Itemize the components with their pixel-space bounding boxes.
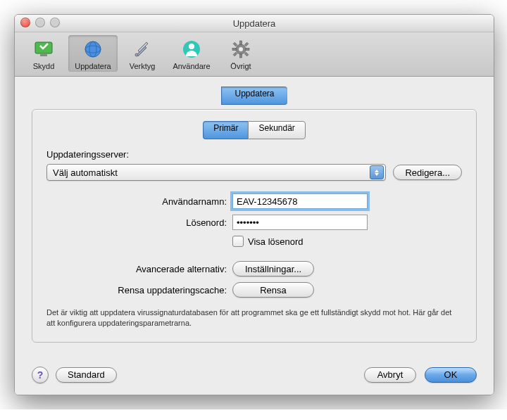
svg-point-8 (189, 44, 194, 49)
toolbar-label: Verktyg (130, 62, 156, 70)
window-title: Uppdatera (233, 18, 276, 29)
main-tab-bar: Uppdatera (32, 87, 477, 105)
show-password-label: Visa lösenord (248, 236, 303, 247)
window-controls (20, 18, 60, 27)
svg-rect-16 (233, 52, 237, 56)
ok-button[interactable]: OK (425, 367, 477, 383)
server-select[interactable]: Välj automatiskt (46, 164, 386, 181)
svg-rect-17 (244, 52, 249, 56)
sub-tab-bar: Primär Sekundär (46, 121, 462, 139)
username-input[interactable] (232, 193, 368, 209)
zoom-window-button[interactable] (50, 18, 60, 27)
svg-rect-14 (233, 42, 237, 46)
server-label: Uppdateringsserver: (46, 149, 462, 160)
shield-icon (32, 38, 55, 61)
help-button[interactable]: ? (32, 367, 49, 383)
svg-point-6 (135, 53, 138, 56)
cancel-button[interactable]: Avbryt (364, 367, 416, 383)
toolbar-label: Övrigt (230, 62, 251, 70)
svg-rect-1 (40, 54, 47, 56)
preferences-window: Uppdatera Skydd Uppdatera (14, 14, 494, 395)
svg-rect-15 (244, 42, 249, 46)
tools-icon (131, 38, 154, 61)
user-icon (180, 38, 203, 61)
chevron-updown-icon (370, 165, 384, 179)
settings-group: Primär Sekundär Uppdateringsserver: Välj… (32, 109, 477, 343)
svg-rect-11 (240, 54, 242, 58)
toolbar: Skydd Uppdatera Verktyg (15, 32, 494, 77)
close-window-button[interactable] (20, 18, 30, 27)
password-label: Lösenord: (46, 217, 232, 228)
info-text: Det är viktig att uppdatera virussignatu… (46, 307, 462, 329)
svg-rect-10 (240, 41, 242, 44)
toolbar-item-protection[interactable]: Skydd (19, 35, 68, 72)
globe-icon (82, 38, 104, 61)
footer: ? Standard Avbryt OK (15, 357, 494, 395)
toolbar-label: Skydd (33, 62, 55, 70)
svg-point-18 (239, 47, 243, 51)
svg-rect-12 (232, 49, 236, 51)
svg-rect-13 (246, 49, 249, 51)
tab-secondary[interactable]: Sekundär (248, 121, 305, 139)
toolbar-label: Användare (173, 62, 210, 70)
username-label: Användarnamn: (46, 196, 232, 207)
edit-server-button[interactable]: Redigera... (393, 165, 462, 180)
gear-icon (230, 38, 252, 61)
advanced-label: Avancerade alternativ: (46, 264, 232, 274)
minimize-window-button[interactable] (35, 18, 45, 27)
show-password-checkbox[interactable] (232, 236, 244, 247)
toolbar-label: Uppdatera (75, 62, 111, 70)
password-input[interactable] (232, 215, 368, 230)
clear-cache-label: Rensa uppdateringscache: (46, 285, 232, 295)
toolbar-item-other[interactable]: Övrigt (216, 35, 265, 72)
toolbar-item-update[interactable]: Uppdatera (68, 35, 118, 72)
server-value: Välj automatiskt (53, 167, 370, 178)
tab-primary[interactable]: Primär (203, 121, 248, 139)
titlebar: Uppdatera (15, 15, 494, 32)
toolbar-item-tools[interactable]: Verktyg (118, 35, 167, 72)
toolbar-item-user[interactable]: Användare (167, 35, 216, 72)
advanced-settings-button[interactable]: Inställningar... (232, 261, 314, 276)
clear-cache-button[interactable]: Rensa (232, 282, 314, 298)
content-area: Uppdatera Primär Sekundär Uppdateringsse… (15, 77, 494, 357)
tab-update[interactable]: Uppdatera (221, 87, 287, 105)
standard-button[interactable]: Standard (56, 367, 117, 383)
